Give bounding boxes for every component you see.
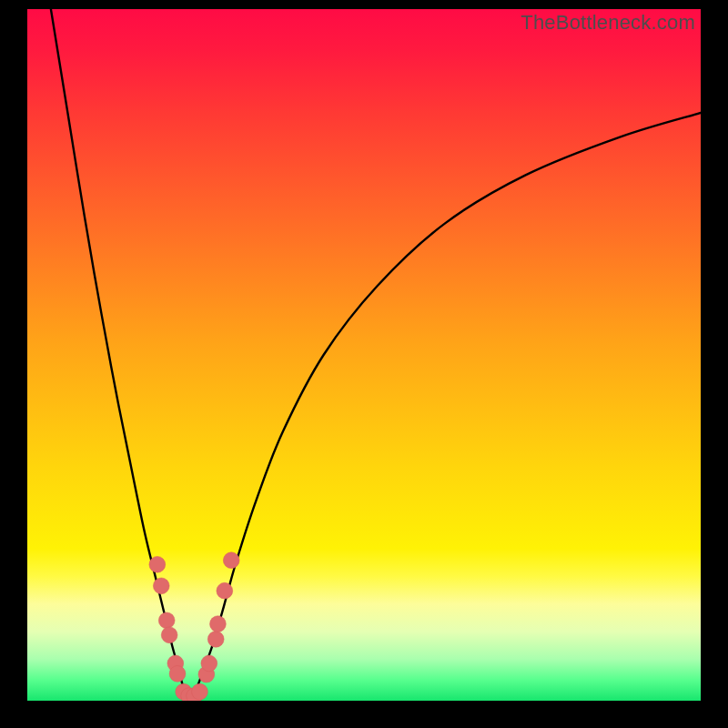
data-marker (153, 578, 169, 594)
curve-layer (27, 9, 701, 701)
data-marker (169, 665, 186, 682)
watermark-text: TheBottleneck.com (521, 11, 695, 35)
data-marker (192, 683, 208, 700)
plot-area (27, 9, 701, 701)
data-marker (149, 556, 166, 572)
data-marker (207, 631, 224, 647)
data-marker (223, 552, 239, 569)
marker-group (149, 552, 239, 701)
data-marker (217, 582, 233, 599)
data-marker (210, 616, 227, 632)
chart-frame: TheBottleneck.com (0, 0, 728, 728)
data-marker (201, 655, 217, 672)
curve-left-branch (51, 9, 189, 701)
data-marker (158, 612, 175, 629)
data-marker (161, 627, 177, 643)
curve-right-branch (189, 113, 701, 701)
